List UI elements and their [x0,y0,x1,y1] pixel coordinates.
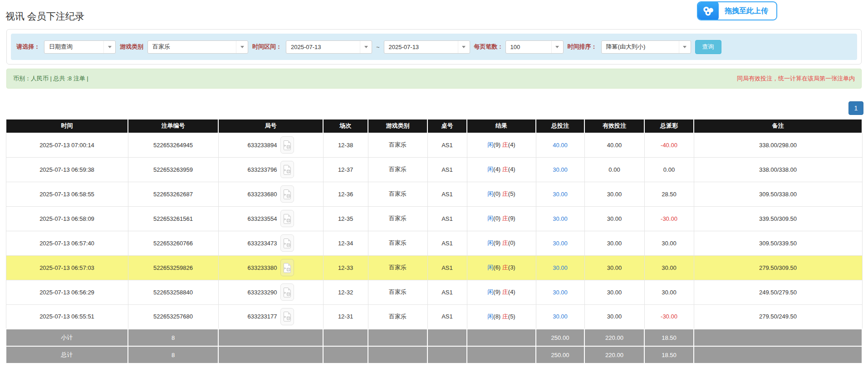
remark-cell: 309.50/338.00 [694,182,862,206]
player-result-count: (9) [493,239,500,246]
table-no-cell: AS1 [427,133,467,157]
player-result-label: 闲 [487,166,493,173]
session-cell: 12-36 [323,182,368,206]
result-cell: 闲(0) 庄(5) [467,182,536,206]
column-header: 场次 [323,119,368,133]
game-type-value: 百家乐 [148,43,236,51]
valid-bet-cell: 40.00 [584,133,644,157]
column-header: 总派彩 [644,119,694,133]
player-result-count: (8) [493,313,500,320]
column-header: 备注 [694,119,862,133]
table-row: 2025-07-13 06:57:40 522653260766 6332334… [6,231,862,255]
video-file-icon [283,214,291,224]
cloud-drive-icon [698,1,719,20]
time-cell: 2025-07-13 06:57:03 [6,255,128,280]
banker-result-label: 庄 [502,313,508,320]
table-body: 2025-07-13 07:00:14 522653264945 6332338… [6,133,862,329]
banker-result-count: (4) [508,141,515,148]
total-bet-cell: 30.00 [536,182,584,206]
valid-bet-cell: 30.00 [584,280,644,304]
total-count: 8 [128,346,218,363]
session-cell: 12-34 [323,231,368,255]
payout-cell: 30.00 [644,255,694,280]
page-size-dropdown[interactable]: 100 [505,40,564,54]
player-result-count: (0) [493,190,500,197]
page-1-button[interactable]: 1 [848,101,863,115]
player-result-label: 闲 [487,141,493,148]
result-cell: 闲(6) 庄(3) [467,255,536,280]
remark-cell: 249.50/279.50 [694,280,862,304]
video-replay-button[interactable] [280,185,294,203]
round-id-cell: 633233554 [218,206,323,231]
chevron-down-icon [236,41,248,53]
date-from-picker[interactable]: 2025-07-13 [286,40,372,54]
total-label: 总计 [6,346,128,363]
total-total-bet: 250.00 [536,346,584,363]
banker-result-count: (5) [508,190,515,197]
table-no-cell: AS1 [427,304,467,329]
round-id-cell: 633233177 [218,304,323,329]
remark-cell: 279.50/249.50 [694,304,862,329]
game-type-dropdown[interactable]: 百家乐 [147,40,248,54]
round-id-value: 633233894 [247,142,277,149]
upload-dropzone-button[interactable]: 拖拽至此上传 [697,1,777,20]
bet-id-cell: 522653264945 [128,133,218,157]
column-header: 时间 [6,119,128,133]
video-replay-button[interactable] [280,308,294,325]
game-type-label: 游戏类别 [120,43,143,51]
date-range-separator: ~ [376,44,380,50]
column-header: 结果 [467,119,536,133]
video-replay-button[interactable] [280,210,294,227]
session-cell: 12-33 [323,255,368,280]
query-type-dropdown[interactable]: 日期查询 [44,40,116,54]
date-to-picker[interactable]: 2025-07-13 [384,40,470,54]
payout-cell: 30.00 [644,280,694,304]
chevron-down-icon [103,41,115,53]
table-no-cell: AS1 [427,182,467,206]
round-id-value: 633233796 [247,166,277,173]
remark-cell: 338.00/338.00 [694,157,862,182]
video-replay-button[interactable] [280,136,294,154]
total-row: 总计 8 250.00 220.00 18.50 [6,346,862,363]
video-file-icon [283,263,291,273]
total-bet-cell: 40.00 [536,133,584,157]
search-button[interactable]: 查询 [695,40,721,54]
video-replay-button[interactable] [280,161,294,178]
round-id-value: 633233473 [247,240,277,247]
banker-result-label: 庄 [502,141,508,148]
video-replay-button[interactable] [280,259,294,276]
filter-panel: 请选择： 日期查询 游戏类别 百家乐 时间区间： 2025-07-13 ~ 20… [6,29,862,65]
game-type-cell: 百家乐 [368,280,427,304]
payout-cell: 28.50 [644,182,694,206]
summary-bar: 币别：人民币 | 总共 :8 注单 | 同局有效投注，统一计算在该局第一张注单内 [6,69,862,89]
result-cell: 闲(9) 庄(0) [467,231,536,255]
round-id-cell: 633233894 [218,133,323,157]
bet-id-cell: 522653259826 [128,255,218,280]
sort-order-dropdown[interactable]: 降冪(由大到小) [601,40,691,54]
remark-cell: 309.50/339.50 [694,231,862,255]
banker-result-count: (5) [508,313,515,320]
player-result-count: (9) [493,141,500,148]
result-cell: 闲(9) 庄(4) [467,280,536,304]
video-replay-button[interactable] [280,283,294,301]
game-type-cell: 百家乐 [368,133,427,157]
session-cell: 12-32 [323,280,368,304]
player-result-label: 闲 [487,239,493,246]
table-row: 2025-07-13 06:59:38 522653263959 6332337… [6,157,862,182]
banker-result-label: 庄 [502,264,508,271]
bet-id-cell: 522653260766 [128,231,218,255]
game-type-cell: 百家乐 [368,255,427,280]
table-no-cell: AS1 [427,206,467,231]
table-row: 2025-07-13 06:55:51 522653257680 6332331… [6,304,862,329]
time-cell: 2025-07-13 06:56:29 [6,280,128,304]
time-cell: 2025-07-13 06:58:09 [6,206,128,231]
video-replay-button[interactable] [280,234,294,252]
bet-id-cell: 522653258840 [128,280,218,304]
table-row: 2025-07-13 06:58:55 522653262687 6332336… [6,182,862,206]
round-id-cell: 633233473 [218,231,323,255]
video-file-icon [283,287,291,298]
player-result-label: 闲 [487,264,493,271]
table-no-cell: AS1 [427,255,467,280]
subtotal-label: 小计 [6,329,128,346]
chevron-down-icon [360,41,372,53]
